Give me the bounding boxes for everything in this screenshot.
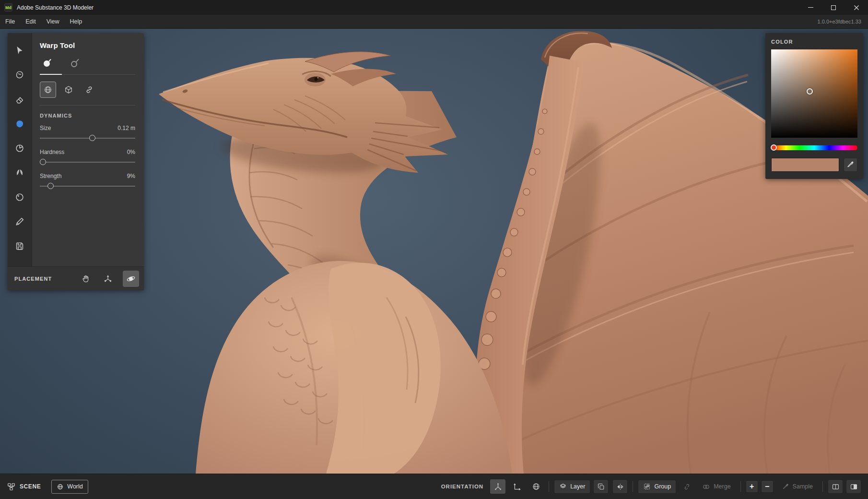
orbit-ball-icon	[126, 273, 136, 284]
window-title: Adobe Substance 3D Modeler	[17, 4, 94, 11]
eyedropper-icon	[846, 161, 855, 169]
minimize-button[interactable]	[799, 0, 822, 15]
orbit-placement-button[interactable]	[123, 271, 139, 287]
split-tool-button[interactable]	[11, 163, 29, 182]
warp-tool-panel: Warp Tool DYNAMICS Size	[32, 33, 144, 266]
color-heading: COLOR	[771, 39, 857, 45]
slice-tool-button[interactable]	[11, 139, 29, 158]
maximize-button[interactable]	[822, 0, 845, 15]
strength-slider-knob[interactable]	[47, 183, 54, 189]
hardness-label: Hardness	[40, 149, 64, 155]
round-brush-icon	[41, 57, 53, 69]
paint-tool-button[interactable]	[11, 188, 29, 207]
separator	[822, 481, 823, 492]
axes-button[interactable]	[509, 479, 525, 494]
duplicate-icon	[597, 483, 605, 491]
duplicate-button[interactable]	[593, 479, 609, 494]
select-cursor-icon	[14, 45, 25, 56]
close-button[interactable]	[845, 0, 868, 15]
link-mode-button[interactable]	[81, 82, 97, 98]
paint-ball-icon	[14, 192, 25, 202]
group-button[interactable]: Group	[638, 480, 676, 494]
split-view-filled-button[interactable]	[846, 479, 861, 494]
separator	[633, 481, 633, 492]
move-placement-button[interactable]	[101, 272, 115, 286]
hardness-slider-knob[interactable]	[40, 159, 46, 165]
merge-button[interactable]: Merge	[697, 480, 735, 494]
cube-space-button[interactable]	[60, 82, 77, 98]
link-off-icon	[683, 483, 691, 491]
status-bar: SCENE World ORIENTATION Layer Group Merg…	[0, 474, 868, 499]
save-tool-button[interactable]	[11, 237, 29, 256]
active-brush-indicator	[40, 74, 62, 75]
dynamics-heading: DYNAMICS	[40, 113, 135, 119]
scene-hierarchy-icon	[7, 482, 16, 491]
scene-group[interactable]: SCENE	[7, 482, 41, 491]
separator	[549, 481, 549, 492]
select-tool-button[interactable]	[11, 41, 29, 60]
separator	[740, 481, 741, 492]
menu-view[interactable]: View	[41, 15, 65, 28]
color-panel: COLOR	[765, 33, 863, 179]
version-label: 1.0.0+e3fdbec1.33	[818, 19, 861, 24]
sphere-space-button[interactable]	[40, 82, 56, 98]
hue-slider[interactable]	[771, 145, 857, 150]
menu-help[interactable]: Help	[65, 15, 88, 28]
size-slider[interactable]	[40, 134, 135, 143]
panel-title: Warp Tool	[40, 41, 135, 49]
sphere-space-icon	[43, 85, 53, 95]
strength-slider[interactable]	[40, 182, 135, 190]
pencil-tool-button[interactable]	[11, 212, 29, 231]
hardness-slider[interactable]	[40, 158, 135, 166]
sculpt-tool-button[interactable]	[11, 65, 29, 84]
hardness-slider-group: Hardness 0%	[40, 149, 135, 166]
link-group-button[interactable]	[679, 479, 694, 494]
merge-icon	[702, 483, 710, 491]
mirror-icon	[616, 483, 624, 491]
current-color-swatch	[771, 158, 839, 172]
eyedropper-button[interactable]	[844, 158, 857, 172]
slice-pie-icon	[14, 143, 25, 154]
split-view-filled-icon	[850, 483, 858, 491]
warp-tool-button[interactable]	[11, 114, 29, 133]
hand-icon	[81, 274, 91, 284]
hand-placement-button[interactable]	[79, 272, 93, 286]
merge-label: Merge	[714, 483, 730, 490]
round-brush-button[interactable]	[40, 57, 54, 69]
tool-panel: Warp Tool DYNAMICS Size	[8, 33, 144, 290]
warp-blob-icon	[14, 118, 25, 130]
world-space-button[interactable]	[528, 479, 544, 494]
size-slider-knob[interactable]	[89, 135, 95, 141]
world-button[interactable]: World	[51, 480, 88, 494]
stamp-brush-button[interactable]	[68, 57, 82, 69]
menubar: File Edit View Help 1.0.0+e3fdbec1.33	[0, 15, 868, 29]
sample-label: Sample	[793, 483, 813, 490]
xyz-axes-icon	[513, 482, 522, 491]
subtract-button[interactable]: −	[761, 480, 774, 493]
erase-tool-button[interactable]	[11, 90, 29, 109]
split-view-icon	[832, 483, 840, 491]
scene-label: SCENE	[20, 483, 41, 490]
app-window: { "colors": { "accent_blue": "#3d87e0", …	[0, 0, 868, 499]
orientation-label: ORIENTATION	[441, 484, 484, 489]
color-picker-handle[interactable]	[807, 88, 813, 95]
tool-strip	[8, 33, 32, 266]
mode-row	[40, 82, 135, 106]
move-3d-icon	[103, 274, 113, 284]
sample-button[interactable]: Sample	[777, 480, 818, 494]
add-button[interactable]: +	[746, 480, 758, 493]
minimize-icon	[808, 7, 813, 8]
close-icon	[854, 5, 859, 11]
split-view-button[interactable]	[828, 479, 843, 494]
mirror-button[interactable]	[612, 479, 628, 494]
sculpt-blob-icon	[14, 70, 25, 80]
menu-edit[interactable]: Edit	[20, 15, 41, 28]
sample-dropper-icon	[782, 483, 789, 490]
saturation-value-picker[interactable]	[771, 49, 857, 138]
layer-label: Layer	[570, 483, 585, 490]
hue-slider-knob[interactable]	[771, 144, 777, 151]
menu-file[interactable]: File	[0, 15, 20, 28]
layer-button[interactable]: Layer	[554, 480, 590, 494]
gizmo-button[interactable]	[490, 479, 505, 494]
hardness-slider-track	[40, 162, 135, 163]
